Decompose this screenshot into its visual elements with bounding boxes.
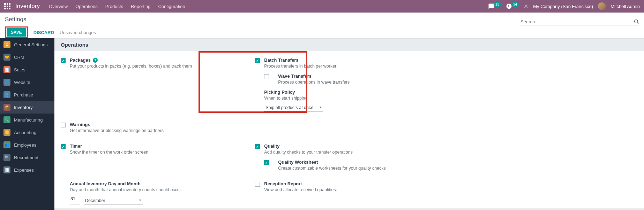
save-button[interactable]: SAVE — [7, 28, 26, 37]
wrench-icon: 🔧 — [3, 116, 10, 123]
sidebar-item-label: Website — [14, 80, 30, 85]
sidebar-item-label: Employees — [14, 142, 36, 148]
sidebar-item-accounting[interactable]: 📒Accounting — [0, 126, 54, 139]
picking-select[interactable]: Ship all products at once — [264, 104, 323, 111]
receipt-icon: 🧾 — [3, 166, 10, 173]
settings-sidebar: ⚙General Settings 🤝CRM 📊Sales 🌐Website 🛒… — [0, 38, 54, 210]
sidebar-item-recruitment[interactable]: 🔍Recruitment — [0, 151, 54, 164]
sidebar-item-website[interactable]: 🌐Website — [0, 76, 54, 88]
top-navbar: Inventory Overview Operations Products R… — [0, 0, 644, 13]
section-barcode: Barcode — [54, 208, 644, 210]
messaging-button[interactable]: 13 — [488, 3, 501, 9]
app-brand: Inventory — [15, 3, 40, 10]
worksheet-checkbox[interactable] — [264, 160, 269, 165]
sidebar-item-general[interactable]: ⚙General Settings — [0, 38, 54, 51]
warnings-label: Warnings — [70, 122, 164, 127]
setting-quality: Quality Add quality checks to your trans… — [255, 143, 449, 171]
sidebar-item-label: Sales — [14, 67, 25, 72]
save-highlight-annotation: SAVE — [5, 26, 28, 38]
user-menu[interactable]: Mitchell Admin — [611, 4, 640, 9]
reception-checkbox[interactable] — [255, 182, 260, 187]
people-icon: 👥 — [3, 141, 10, 148]
box-icon: 📦 — [3, 104, 10, 111]
company-selector[interactable]: My Company (San Francisco) — [533, 4, 593, 9]
annual-day-input[interactable] — [70, 194, 80, 204]
sidebar-item-label: Inventory — [14, 105, 32, 110]
nav-configuration[interactable]: Configuration — [158, 4, 185, 9]
sidebar-item-expenses[interactable]: 🧾Expenses — [0, 164, 54, 176]
help-icon[interactable]: ? — [93, 58, 98, 63]
quality-label: Quality — [264, 143, 385, 149]
unsaved-indicator: Unsaved changes — [60, 30, 96, 35]
search-input[interactable] — [521, 19, 634, 24]
nav-products[interactable]: Products — [105, 4, 123, 9]
search-icon — [634, 19, 639, 24]
sidebar-item-label: CRM — [14, 55, 24, 60]
sidebar-item-label: Purchase — [14, 92, 33, 98]
nav-menu: Overview Operations Products Reporting C… — [49, 4, 185, 9]
setting-batch: Batch Transfers Process transfers in bat… — [255, 57, 449, 111]
gear-icon: ⚙ — [3, 41, 10, 48]
wave-checkbox[interactable] — [264, 74, 269, 79]
sidebar-item-purchase[interactable]: 🛒Purchase — [0, 88, 54, 101]
quality-checkbox[interactable] — [255, 144, 260, 149]
nav-reporting[interactable]: Reporting — [131, 4, 150, 9]
batch-checkbox[interactable] — [255, 58, 260, 63]
wave-label: Wave Transfers — [278, 73, 350, 79]
picking-desc: When to start shipping — [264, 96, 350, 101]
annual-label: Annual Inventory Day and Month — [70, 181, 182, 186]
svg-point-0 — [635, 20, 638, 23]
avatar[interactable] — [598, 2, 606, 10]
sidebar-item-crm[interactable]: 🤝CRM — [0, 51, 54, 63]
chart-icon: 📊 — [3, 66, 10, 73]
annual-month-select[interactable]: December — [84, 197, 143, 204]
nav-overview[interactable]: Overview — [49, 4, 68, 9]
reception-desc: View and allocate received quantities. — [264, 187, 337, 192]
globe-icon: 🌐 — [3, 79, 10, 86]
batch-label: Batch Transfers — [264, 57, 350, 63]
activity-button[interactable]: 34 — [506, 3, 519, 9]
warnings-desc: Get informative or blocking warnings on … — [70, 128, 164, 133]
setting-warnings: Warnings Get informative or blocking war… — [61, 122, 255, 133]
close-icon[interactable]: ✕ — [524, 3, 528, 10]
sidebar-item-employees[interactable]: 👥Employees — [0, 139, 54, 151]
setting-packages: Packages? Put your products in packs (e.… — [61, 57, 255, 111]
setting-annual: Annual Inventory Day and Month Day and m… — [61, 181, 255, 204]
timer-checkbox[interactable] — [61, 144, 66, 149]
sidebar-item-label: Recruitment — [14, 155, 38, 160]
book-icon: 📒 — [3, 129, 10, 136]
discard-button[interactable]: DISCARD — [33, 30, 54, 35]
timer-label: Timer — [70, 143, 148, 149]
sidebar-item-label: Accounting — [14, 130, 36, 135]
packages-checkbox[interactable] — [61, 58, 66, 63]
settings-pane: Operations Packages? Put your products i… — [54, 38, 644, 210]
cart-icon: 🛒 — [3, 91, 10, 98]
batch-desc: Process transfers in batch per worker — [264, 64, 350, 69]
worksheet-desc: Create customizable worksheets for your … — [278, 166, 385, 171]
activity-badge: 34 — [511, 2, 519, 7]
apps-grid-icon[interactable] — [4, 3, 10, 9]
packages-desc: Put your products in packs (e.g. parcels… — [70, 64, 192, 69]
warnings-checkbox[interactable] — [61, 123, 66, 127]
sidebar-item-label: Expenses — [14, 168, 34, 173]
reception-label: Reception Report — [264, 181, 337, 186]
setting-timer: Timer Show the timer on the work order s… — [61, 143, 255, 171]
packages-label: Packages — [70, 57, 91, 63]
search-person-icon: 🔍 — [3, 154, 10, 161]
control-panel: Settings SAVE DISCARD Unsaved changes — [0, 13, 644, 38]
sidebar-item-label: Manufacturing — [14, 117, 43, 123]
worksheet-label: Quality Worksheet — [278, 160, 385, 165]
handshake-icon: 🤝 — [3, 54, 10, 61]
page-title: Settings — [5, 16, 521, 23]
sidebar-item-label: General Settings — [14, 42, 48, 47]
nav-operations[interactable]: Operations — [75, 4, 98, 9]
picking-label: Picking Policy — [264, 90, 350, 95]
sidebar-item-inventory[interactable]: 📦Inventory — [0, 101, 54, 114]
timer-desc: Show the timer on the work order screen — [70, 150, 148, 155]
wave-desc: Process operations in wave transfers — [278, 80, 350, 85]
setting-reception: Reception Report View and allocate recei… — [255, 181, 449, 204]
search-box[interactable] — [521, 18, 639, 25]
sidebar-item-manufacturing[interactable]: 🔧Manufacturing — [0, 114, 54, 126]
chat-badge: 13 — [494, 2, 501, 7]
sidebar-item-sales[interactable]: 📊Sales — [0, 63, 54, 76]
